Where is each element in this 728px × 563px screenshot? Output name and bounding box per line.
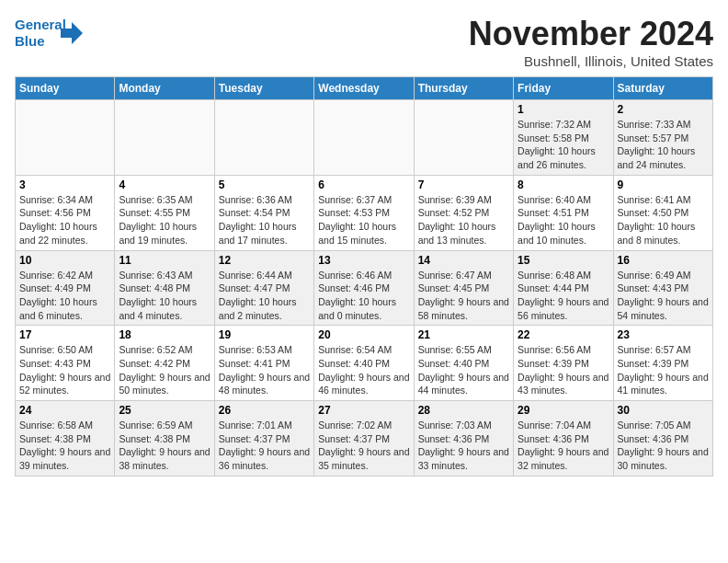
header-tuesday: Tuesday <box>214 77 313 100</box>
day-number: 6 <box>318 178 409 191</box>
table-row: 20Sunrise: 6:54 AM Sunset: 4:40 PM Dayli… <box>314 326 414 401</box>
day-info: Sunrise: 7:05 AM Sunset: 4:36 PM Dayligh… <box>618 419 709 473</box>
month-title: November 2024 <box>469 15 713 53</box>
header-sunday: Sunday <box>16 77 115 100</box>
table-row: 29Sunrise: 7:04 AM Sunset: 4:36 PM Dayli… <box>514 401 613 477</box>
table-row: 21Sunrise: 6:55 AM Sunset: 4:40 PM Dayli… <box>414 326 513 401</box>
day-info: Sunrise: 7:32 AM Sunset: 5:58 PM Dayligh… <box>518 118 609 172</box>
day-info: Sunrise: 6:57 AM Sunset: 4:39 PM Dayligh… <box>618 343 709 397</box>
day-number: 26 <box>219 404 310 417</box>
day-info: Sunrise: 6:34 AM Sunset: 4:56 PM Dayligh… <box>19 193 110 247</box>
day-number: 11 <box>119 254 210 267</box>
day-number: 21 <box>418 328 509 341</box>
day-info: Sunrise: 6:41 AM Sunset: 4:50 PM Dayligh… <box>618 193 709 247</box>
page-header: GeneralBlue November 2024 Bushnell, Illi… <box>15 15 713 69</box>
day-number: 15 <box>518 254 609 267</box>
svg-text:Blue: Blue <box>15 33 45 49</box>
day-info: Sunrise: 6:42 AM Sunset: 4:49 PM Dayligh… <box>19 269 110 323</box>
day-info: Sunrise: 6:40 AM Sunset: 4:51 PM Dayligh… <box>518 193 609 247</box>
table-row: 12Sunrise: 6:44 AM Sunset: 4:47 PM Dayli… <box>214 250 313 326</box>
table-row: 2Sunrise: 7:33 AM Sunset: 5:57 PM Daylig… <box>613 100 712 176</box>
header-wednesday: Wednesday <box>314 77 414 100</box>
day-info: Sunrise: 6:35 AM Sunset: 4:55 PM Dayligh… <box>119 193 210 247</box>
day-number: 1 <box>518 103 609 116</box>
day-info: Sunrise: 6:49 AM Sunset: 4:43 PM Dayligh… <box>618 269 709 323</box>
day-number: 20 <box>318 328 409 341</box>
day-number: 30 <box>618 404 709 417</box>
day-number: 12 <box>219 254 310 267</box>
header-thursday: Thursday <box>414 77 513 100</box>
calendar-week-3: 10Sunrise: 6:42 AM Sunset: 4:49 PM Dayli… <box>16 250 713 326</box>
day-number: 28 <box>418 404 509 417</box>
header-monday: Monday <box>115 77 214 100</box>
day-number: 24 <box>19 404 110 417</box>
day-info: Sunrise: 7:04 AM Sunset: 4:36 PM Dayligh… <box>518 419 609 473</box>
table-row: 4Sunrise: 6:35 AM Sunset: 4:55 PM Daylig… <box>115 175 214 250</box>
day-number: 10 <box>19 254 110 267</box>
table-row <box>115 100 214 176</box>
day-info: Sunrise: 6:59 AM Sunset: 4:38 PM Dayligh… <box>119 419 210 473</box>
table-row: 1Sunrise: 7:32 AM Sunset: 5:58 PM Daylig… <box>514 100 613 176</box>
table-row: 7Sunrise: 6:39 AM Sunset: 4:52 PM Daylig… <box>414 175 513 250</box>
header-friday: Friday <box>514 77 613 100</box>
day-info: Sunrise: 7:01 AM Sunset: 4:37 PM Dayligh… <box>219 419 310 473</box>
table-row <box>414 100 513 176</box>
day-info: Sunrise: 6:53 AM Sunset: 4:41 PM Dayligh… <box>219 343 310 397</box>
table-row: 26Sunrise: 7:01 AM Sunset: 4:37 PM Dayli… <box>214 401 313 477</box>
day-number: 25 <box>119 404 210 417</box>
table-row: 13Sunrise: 6:46 AM Sunset: 4:46 PM Dayli… <box>314 250 414 326</box>
day-number: 19 <box>219 328 310 341</box>
table-row: 19Sunrise: 6:53 AM Sunset: 4:41 PM Dayli… <box>214 326 313 401</box>
svg-text:General: General <box>15 17 66 32</box>
day-number: 27 <box>318 404 409 417</box>
location-title: Bushnell, Illinois, United States <box>469 53 713 69</box>
title-area: November 2024 Bushnell, Illinois, United… <box>469 15 713 69</box>
day-number: 18 <box>119 328 210 341</box>
day-info: Sunrise: 6:36 AM Sunset: 4:54 PM Dayligh… <box>219 193 310 247</box>
day-number: 7 <box>418 178 509 191</box>
table-row: 25Sunrise: 6:59 AM Sunset: 4:38 PM Dayli… <box>115 401 214 477</box>
table-row: 11Sunrise: 6:43 AM Sunset: 4:48 PM Dayli… <box>115 250 214 326</box>
day-number: 4 <box>119 178 210 191</box>
calendar-week-1: 1Sunrise: 7:32 AM Sunset: 5:58 PM Daylig… <box>16 100 713 176</box>
table-row <box>314 100 414 176</box>
day-number: 14 <box>418 254 509 267</box>
day-info: Sunrise: 6:44 AM Sunset: 4:47 PM Dayligh… <box>219 269 310 323</box>
table-row: 23Sunrise: 6:57 AM Sunset: 4:39 PM Dayli… <box>613 326 712 401</box>
logo-svg: GeneralBlue <box>15 15 88 52</box>
calendar-week-4: 17Sunrise: 6:50 AM Sunset: 4:43 PM Dayli… <box>16 326 713 401</box>
day-info: Sunrise: 6:48 AM Sunset: 4:44 PM Dayligh… <box>518 269 609 323</box>
table-row: 27Sunrise: 7:02 AM Sunset: 4:37 PM Dayli… <box>314 401 414 477</box>
table-row: 14Sunrise: 6:47 AM Sunset: 4:45 PM Dayli… <box>414 250 513 326</box>
table-row: 10Sunrise: 6:42 AM Sunset: 4:49 PM Dayli… <box>16 250 115 326</box>
table-row: 15Sunrise: 6:48 AM Sunset: 4:44 PM Dayli… <box>514 250 613 326</box>
day-number: 9 <box>618 178 709 191</box>
day-number: 23 <box>618 328 709 341</box>
table-row: 22Sunrise: 6:56 AM Sunset: 4:39 PM Dayli… <box>514 326 613 401</box>
table-row: 18Sunrise: 6:52 AM Sunset: 4:42 PM Dayli… <box>115 326 214 401</box>
day-number: 13 <box>318 254 409 267</box>
table-row: 6Sunrise: 6:37 AM Sunset: 4:53 PM Daylig… <box>314 175 414 250</box>
day-info: Sunrise: 6:39 AM Sunset: 4:52 PM Dayligh… <box>418 193 509 247</box>
calendar-table: Sunday Monday Tuesday Wednesday Thursday… <box>15 76 713 477</box>
day-info: Sunrise: 6:50 AM Sunset: 4:43 PM Dayligh… <box>19 343 110 397</box>
table-row: 3Sunrise: 6:34 AM Sunset: 4:56 PM Daylig… <box>16 175 115 250</box>
header-saturday: Saturday <box>613 77 712 100</box>
day-number: 5 <box>219 178 310 191</box>
day-info: Sunrise: 6:37 AM Sunset: 4:53 PM Dayligh… <box>318 193 409 247</box>
day-number: 17 <box>19 328 110 341</box>
day-number: 16 <box>618 254 709 267</box>
day-info: Sunrise: 6:54 AM Sunset: 4:40 PM Dayligh… <box>318 343 409 397</box>
day-info: Sunrise: 6:43 AM Sunset: 4:48 PM Dayligh… <box>119 269 210 323</box>
table-row: 9Sunrise: 6:41 AM Sunset: 4:50 PM Daylig… <box>613 175 712 250</box>
day-number: 8 <box>518 178 609 191</box>
table-row: 16Sunrise: 6:49 AM Sunset: 4:43 PM Dayli… <box>613 250 712 326</box>
day-info: Sunrise: 6:46 AM Sunset: 4:46 PM Dayligh… <box>318 269 409 323</box>
day-number: 3 <box>19 178 110 191</box>
table-row: 30Sunrise: 7:05 AM Sunset: 4:36 PM Dayli… <box>613 401 712 477</box>
logo: GeneralBlue <box>15 15 88 52</box>
day-info: Sunrise: 6:55 AM Sunset: 4:40 PM Dayligh… <box>418 343 509 397</box>
day-number: 2 <box>618 103 709 116</box>
day-number: 22 <box>518 328 609 341</box>
table-row: 24Sunrise: 6:58 AM Sunset: 4:38 PM Dayli… <box>16 401 115 477</box>
